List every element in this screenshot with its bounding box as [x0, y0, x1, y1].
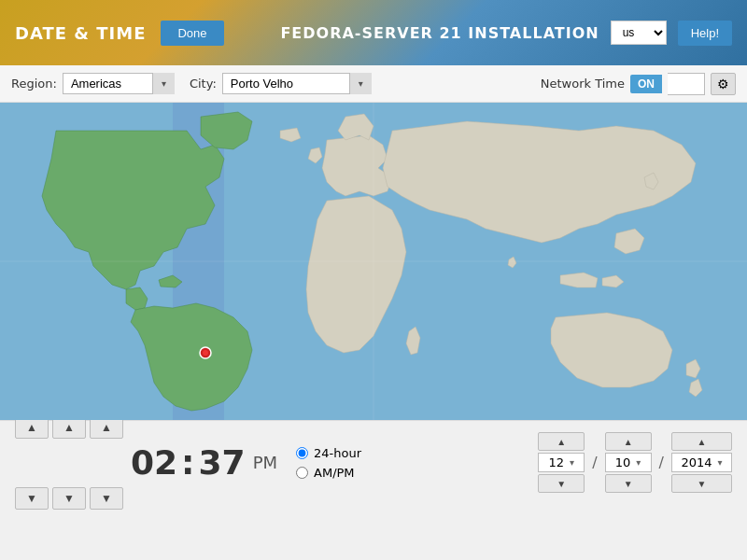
- city-dropdown-wrapper: Porto Velho Sao Paulo Buenos Aires New Y…: [222, 73, 372, 94]
- hours-display: 02: [131, 443, 177, 482]
- format-ampm-radio[interactable]: [296, 467, 308, 479]
- month-up-button[interactable]: ▲: [538, 432, 585, 451]
- done-button[interactable]: Done: [161, 21, 223, 46]
- header-left: DATE & TIME Done: [0, 0, 265, 65]
- format-24h-label[interactable]: 24-hour: [296, 446, 361, 460]
- format-24h-radio[interactable]: [296, 447, 308, 459]
- year-up-button[interactable]: ▲: [671, 432, 732, 451]
- time-controls: ▲ ▲ ▲ ▼ ▼ ▼ 02 : 37 PM 24-hour AM/PM ▲: [0, 420, 747, 504]
- network-time-field[interactable]: [668, 73, 705, 95]
- date-controls: ▲ 12 ▾ ▼ / ▲ 10 ▾ ▼ / ▲ 2014 ▾ ▼: [538, 432, 732, 493]
- day-up-button[interactable]: ▲: [605, 432, 652, 451]
- region-group: Region: Americas Europe Asia Africa Paci…: [11, 73, 175, 94]
- region-select[interactable]: Americas Europe Asia Africa Pacific: [63, 73, 175, 94]
- header-right: FEDORA-SERVER 21 INSTALLATION us Help!: [265, 0, 747, 65]
- month-arrow: ▾: [570, 457, 574, 468]
- day-value-box: 10 ▾: [605, 453, 652, 472]
- network-time-toggle[interactable]: ON: [630, 75, 662, 93]
- date-slash-2: /: [659, 454, 664, 471]
- hours-down-button[interactable]: ▼: [15, 487, 49, 510]
- install-title: FEDORA-SERVER 21 INSTALLATION: [280, 24, 599, 42]
- city-group: City: Porto Velho Sao Paulo Buenos Aires…: [190, 73, 372, 94]
- day-down-button[interactable]: ▼: [605, 474, 652, 493]
- year-arrow: ▾: [718, 457, 723, 468]
- network-time-group: Network Time ON ⚙: [541, 73, 736, 95]
- header: DATE & TIME Done FEDORA-SERVER 21 INSTAL…: [0, 0, 747, 65]
- help-button[interactable]: Help!: [678, 21, 732, 46]
- language-select[interactable]: us: [611, 21, 667, 45]
- map-container[interactable]: [0, 103, 747, 420]
- page-title: DATE & TIME: [15, 23, 146, 43]
- format-ampm-text: AM/PM: [314, 466, 355, 480]
- time-display: 02 : 37 PM: [131, 443, 277, 482]
- world-map[interactable]: [0, 103, 747, 420]
- time-spinners: ▲ ▲ ▲ ▼ ▼ ▼: [15, 416, 123, 510]
- month-down-button[interactable]: ▼: [538, 474, 585, 493]
- city-label: City:: [190, 77, 217, 91]
- down-spinners-row: ▼ ▼ ▼: [15, 487, 123, 510]
- time-colon: :: [181, 443, 194, 482]
- minutes-down-button[interactable]: ▼: [52, 487, 86, 510]
- gear-button[interactable]: ⚙: [711, 73, 736, 95]
- network-time-label: Network Time: [541, 77, 625, 91]
- controls-bar: Region: Americas Europe Asia Africa Paci…: [0, 65, 747, 103]
- year-spinner: ▲ 2014 ▾ ▼: [671, 432, 732, 493]
- region-dropdown-wrapper: Americas Europe Asia Africa Pacific ▾: [63, 73, 175, 94]
- city-select[interactable]: Porto Velho Sao Paulo Buenos Aires New Y…: [222, 73, 372, 94]
- day-arrow: ▾: [636, 457, 641, 468]
- svg-point-3: [203, 350, 208, 356]
- day-display: 10: [615, 455, 631, 469]
- time-format: 24-hour AM/PM: [296, 446, 361, 480]
- month-value-box: 12 ▾: [538, 453, 585, 472]
- month-spinner: ▲ 12 ▾ ▼: [538, 432, 585, 493]
- minutes-display: 37: [199, 443, 246, 482]
- date-slash-1: /: [592, 454, 597, 471]
- ampm-down-button[interactable]: ▼: [90, 487, 123, 510]
- day-spinner: ▲ 10 ▾ ▼: [605, 432, 652, 493]
- region-label: Region:: [11, 77, 57, 91]
- year-down-button[interactable]: ▼: [671, 474, 732, 493]
- year-display: 2014: [681, 455, 712, 469]
- format-24h-text: 24-hour: [314, 446, 361, 460]
- year-value-box: 2014 ▾: [671, 453, 732, 472]
- ampm-display: PM: [253, 453, 277, 472]
- format-ampm-label[interactable]: AM/PM: [296, 466, 361, 480]
- month-display: 12: [548, 455, 564, 469]
